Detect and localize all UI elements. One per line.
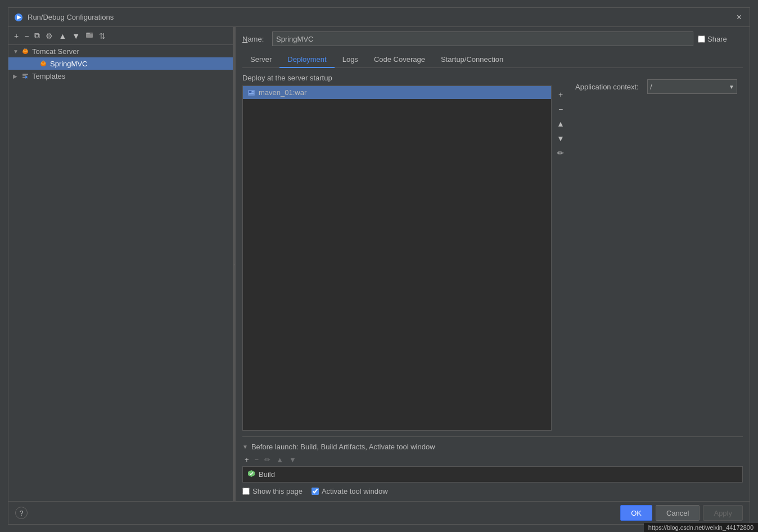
before-launch-header[interactable]: ▼ Before launch: Build, Build Artifacts,… <box>242 440 743 453</box>
before-launch-section: ▼ Before launch: Build, Build Artifacts,… <box>242 436 743 501</box>
tree-arrow-templates: ▶ <box>13 73 21 79</box>
resize-dots: · · · <box>232 264 237 264</box>
deploy-list-container: maven_01:war <box>242 85 552 431</box>
name-label: Name: <box>242 35 268 43</box>
bl-item-build[interactable]: Build <box>243 468 742 481</box>
dialog-title: Run/Debug Configurations <box>28 13 114 21</box>
share-label: Share <box>707 35 727 43</box>
deploy-edit-btn[interactable]: ✏ <box>554 146 567 160</box>
title-bar: Run/Debug Configurations × <box>8 8 750 27</box>
tomcat-group-icon <box>21 47 30 56</box>
left-panel: + − ⧉ ⚙ ▲ ▼ ⇅ ▼ <box>8 27 233 501</box>
before-launch-title: Before launch: Build, Build Artifacts, A… <box>251 443 435 451</box>
svg-rect-11 <box>22 77 25 78</box>
app-context-value: / <box>650 83 652 91</box>
checkboxes-row: Show this page Activate tool window <box>242 483 743 498</box>
app-context-dropdown[interactable]: / ▼ <box>647 79 737 94</box>
tabs-bar: Server Deployment Logs Code Coverage Sta… <box>242 52 743 68</box>
app-context-label: Application context: <box>575 83 643 91</box>
before-launch-list: Build <box>242 466 743 483</box>
add-config-button[interactable]: + <box>12 30 21 42</box>
artifact-name: maven_01:war <box>259 88 306 97</box>
before-launch-toolbar: + − ✏ ▲ ▼ <box>242 453 743 466</box>
deploy-label: Deploy at the server startup <box>242 74 570 82</box>
folder-config-button[interactable] <box>83 30 96 42</box>
move-up-config-button[interactable]: ▲ <box>56 30 69 42</box>
dialog-body: + − ⧉ ⚙ ▲ ▼ ⇅ ▼ <box>8 27 750 501</box>
resize-handle[interactable]: · · · <box>233 27 236 501</box>
dialog-icon <box>14 13 23 22</box>
help-button[interactable]: ? <box>15 507 28 519</box>
copy-config-button[interactable]: ⧉ <box>32 30 42 42</box>
tab-startup-connection[interactable]: Startup/Connection <box>433 52 511 68</box>
ok-button[interactable]: OK <box>620 505 652 521</box>
name-input[interactable] <box>272 31 693 46</box>
deploy-side-buttons: + − ▲ ▼ ✏ <box>552 85 570 431</box>
svg-point-5 <box>24 49 26 51</box>
run-debug-dialog: Run/Debug Configurations × + − ⧉ ⚙ ▲ ▼ <box>8 7 750 525</box>
tomcat-group-label: Tomcat Server <box>32 47 79 56</box>
svg-rect-13 <box>249 91 251 93</box>
svg-point-8 <box>42 61 44 64</box>
footer-left: ? <box>15 507 28 519</box>
svg-rect-15 <box>252 91 254 92</box>
move-down-config-button[interactable]: ▼ <box>70 30 82 42</box>
spring-icon <box>39 59 48 68</box>
remove-config-button[interactable]: − <box>22 30 31 42</box>
apply-button[interactable]: Apply <box>703 505 743 521</box>
svg-rect-10 <box>22 75 26 76</box>
tab-server[interactable]: Server <box>242 52 279 68</box>
left-toolbar: + − ⧉ ⚙ ▲ ▼ ⇅ <box>8 27 233 45</box>
springmvc-label: SpringMVC <box>50 60 87 68</box>
share-area: Share <box>698 35 743 43</box>
settings-config-button[interactable]: ⚙ <box>43 30 55 42</box>
deploy-section: Deploy at the server startup <box>242 68 743 436</box>
deploy-remove-btn[interactable]: − <box>554 102 567 116</box>
deploy-down-btn[interactable]: ▼ <box>554 132 567 145</box>
close-button[interactable]: × <box>734 12 744 22</box>
cancel-button[interactable]: Cancel <box>656 505 700 521</box>
build-label: Build <box>259 470 275 479</box>
tab-code-coverage[interactable]: Code Coverage <box>366 52 433 68</box>
artifact-icon <box>247 89 255 97</box>
show-page-checkbox[interactable] <box>242 488 250 495</box>
title-bar-left: Run/Debug Configurations <box>14 13 114 22</box>
content-area: Deploy at the server startup <box>242 68 743 501</box>
activate-tool-label: Activate tool window <box>322 487 388 495</box>
deploy-list-item[interactable]: maven_01:war <box>243 86 551 99</box>
sort-config-button[interactable]: ⇅ <box>97 30 108 42</box>
deploy-up-btn[interactable]: ▲ <box>554 117 567 130</box>
bl-down-btn[interactable]: ▼ <box>287 454 299 465</box>
tree-arrow-tomcat: ▼ <box>13 48 21 55</box>
tab-deployment[interactable]: Deployment <box>279 52 334 68</box>
bl-edit-btn[interactable]: ✏ <box>262 454 273 465</box>
footer-right: OK Cancel Apply <box>620 505 743 521</box>
dialog-footer: ? OK Cancel Apply <box>8 501 750 524</box>
templates-label: Templates <box>32 72 65 80</box>
name-row: Name: Share <box>242 31 743 46</box>
share-checkbox[interactable] <box>698 35 705 43</box>
tab-logs[interactable]: Logs <box>335 52 366 68</box>
deploy-left: Deploy at the server startup <box>242 74 570 431</box>
build-icon <box>247 470 255 479</box>
bl-remove-btn[interactable]: − <box>252 454 261 465</box>
before-launch-collapse-arrow: ▼ <box>242 444 248 450</box>
activate-tool-item: Activate tool window <box>312 487 388 495</box>
tree-item-tomcat-group[interactable]: ▼ Tomcat Server <box>8 45 233 57</box>
url-bar: https://blog.csdn.net/weixin_44172800 <box>644 523 758 532</box>
deploy-add-btn[interactable]: + <box>554 88 567 101</box>
svg-rect-14 <box>249 93 254 94</box>
bl-add-btn[interactable]: + <box>242 454 251 465</box>
app-context-row: Application context: / ▼ <box>575 79 737 94</box>
tree-item-springmvc[interactable]: SpringMVC <box>8 57 233 70</box>
tree-item-templates[interactable]: ▶ Templates <box>8 70 233 82</box>
show-page-label: Show this page <box>252 487 303 495</box>
bl-up-btn[interactable]: ▲ <box>274 454 286 465</box>
app-context-panel: Application context: / ▼ <box>570 74 743 431</box>
svg-rect-9 <box>22 74 28 75</box>
right-panel: Name: Share Server Deployment Logs <box>236 27 750 501</box>
templates-icon <box>21 71 30 80</box>
dropdown-arrow-icon: ▼ <box>729 84 734 90</box>
activate-tool-checkbox[interactable] <box>312 488 319 495</box>
tree-area: ▼ Tomcat Server <box>8 45 233 501</box>
